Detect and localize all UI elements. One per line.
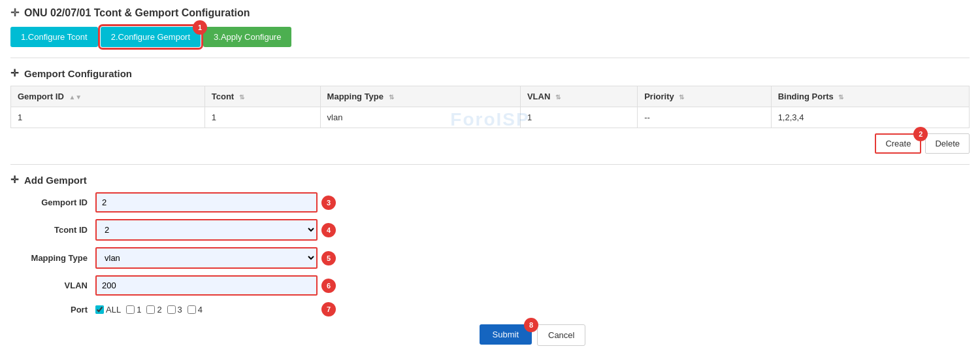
col-mapping-type: Mapping Type ⇅ bbox=[320, 86, 520, 107]
cell-mapping_type: vlan bbox=[320, 107, 520, 128]
badge-vlan: 6 bbox=[321, 279, 336, 293]
puzzle-icon-gemport: ✛ bbox=[10, 67, 19, 79]
tcont-id-select[interactable]: 2 1 3 bbox=[95, 219, 318, 241]
cell-binding_ports: 1,2,3,4 bbox=[771, 107, 969, 128]
gemport-id-row: Gemport ID 3 bbox=[10, 192, 970, 213]
sort-icon-priority: ⇅ bbox=[679, 94, 684, 101]
port-control: ALL 1 2 3 4 bbox=[95, 305, 318, 315]
step2-badge: 1 bbox=[193, 20, 207, 35]
mapping-type-control: vlan priority untagged bbox=[95, 247, 318, 269]
title-text: ONU 02/07/01 Tcont & Gemport Configurati… bbox=[24, 7, 250, 19]
gemport-id-control bbox=[95, 192, 318, 213]
tcont-id-label: Tcont ID bbox=[10, 225, 95, 235]
sort-icon-mapping-type: ⇅ bbox=[389, 94, 394, 101]
port-label: Port bbox=[10, 305, 95, 315]
step1-button[interactable]: 1.Configure Tcont bbox=[10, 27, 98, 47]
col-vlan: VLAN ⇅ bbox=[520, 86, 637, 107]
port-4-checkbox[interactable] bbox=[188, 305, 196, 314]
port-all-label[interactable]: ALL bbox=[95, 305, 121, 315]
mapping-type-label: Mapping Type bbox=[10, 253, 95, 263]
step3-button[interactable]: 3.Apply Configure bbox=[203, 27, 291, 47]
col-gemport-id: Gemport ID ▲▼ bbox=[11, 86, 205, 107]
mapping-type-row: Mapping Type vlan priority untagged 5 bbox=[10, 247, 970, 269]
step2-button[interactable]: 2.Configure Gemport bbox=[101, 27, 201, 47]
tcont-id-row: Tcont ID 2 1 3 4 bbox=[10, 219, 970, 241]
gemport-id-label: Gemport ID bbox=[10, 197, 95, 207]
mapping-type-select[interactable]: vlan priority untagged bbox=[95, 247, 318, 269]
badge-submit: 8 bbox=[524, 318, 538, 332]
table-actions: Create 2 Delete bbox=[10, 133, 970, 154]
col-tcont: Tcont ⇅ bbox=[204, 86, 320, 107]
cancel-button[interactable]: Cancel bbox=[537, 324, 585, 346]
page-title: ✛ ONU 02/07/01 Tcont & Gemport Configura… bbox=[10, 7, 970, 19]
badge-mapping-type: 5 bbox=[321, 251, 336, 265]
step-buttons: 1.Configure Tcont 2.Configure Gemport 1 … bbox=[10, 27, 970, 47]
puzzle-icon-add: ✛ bbox=[10, 174, 19, 186]
sort-icon-tcont: ⇅ bbox=[239, 94, 244, 101]
add-gemport-title-text: Add Gemport bbox=[24, 175, 87, 186]
port-1-label[interactable]: 1 bbox=[126, 305, 141, 315]
divider-top bbox=[10, 58, 970, 58]
cell-priority: -- bbox=[638, 107, 771, 128]
port-3-checkbox[interactable] bbox=[167, 305, 176, 314]
divider-mid bbox=[10, 164, 970, 165]
puzzle-icon-title: ✛ bbox=[10, 7, 19, 19]
sort-icon-binding-ports: ⇅ bbox=[838, 94, 843, 101]
gemport-id-input[interactable] bbox=[95, 192, 318, 213]
add-gemport-section-title: ✛ Add Gemport bbox=[10, 174, 970, 186]
port-1-checkbox[interactable] bbox=[126, 305, 135, 314]
cell-gemport_id: 1 bbox=[11, 107, 205, 128]
vlan-label: VLAN bbox=[10, 281, 95, 290]
form-actions: Submit 8 Cancel bbox=[95, 324, 970, 346]
badge-gemport-id: 3 bbox=[321, 196, 336, 210]
vlan-row: VLAN 6 bbox=[10, 275, 970, 296]
port-2-checkbox[interactable] bbox=[146, 305, 155, 314]
port-4-label[interactable]: 4 bbox=[188, 305, 203, 315]
vlan-input[interactable] bbox=[95, 275, 318, 296]
vlan-control bbox=[95, 275, 318, 296]
col-binding-ports: Binding Ports ⇅ bbox=[771, 86, 969, 107]
sort-icon-vlan: ⇅ bbox=[555, 94, 561, 101]
tcont-id-control: 2 1 3 bbox=[95, 219, 318, 241]
gemport-config-title-text: Gemport Configuration bbox=[24, 68, 132, 79]
port-all-checkbox[interactable] bbox=[95, 305, 104, 314]
add-gemport-section: ✛ Add Gemport Gemport ID 3 Tcont ID 2 1 … bbox=[10, 174, 970, 346]
cell-tcont: 1 bbox=[204, 107, 320, 128]
delete-button[interactable]: Delete bbox=[925, 133, 970, 154]
badge-port: 7 bbox=[321, 302, 336, 316]
badge-tcont-id: 4 bbox=[321, 223, 336, 237]
sort-icon-gemport-id: ▲▼ bbox=[69, 94, 82, 101]
gemport-config-section-title: ✛ Gemport Configuration bbox=[10, 67, 970, 79]
port-3-label[interactable]: 3 bbox=[167, 305, 182, 315]
table-row: 11vlan1--1,2,3,4 bbox=[11, 107, 970, 128]
port-2-label[interactable]: 2 bbox=[146, 305, 161, 315]
cell-vlan: 1 bbox=[520, 107, 637, 128]
gemport-table: Gemport ID ▲▼ Tcont ⇅ Mapping Type ⇅ VLA… bbox=[10, 86, 970, 128]
port-row: Port ALL 1 2 3 4 7 bbox=[10, 302, 970, 316]
col-priority: Priority ⇅ bbox=[638, 86, 771, 107]
